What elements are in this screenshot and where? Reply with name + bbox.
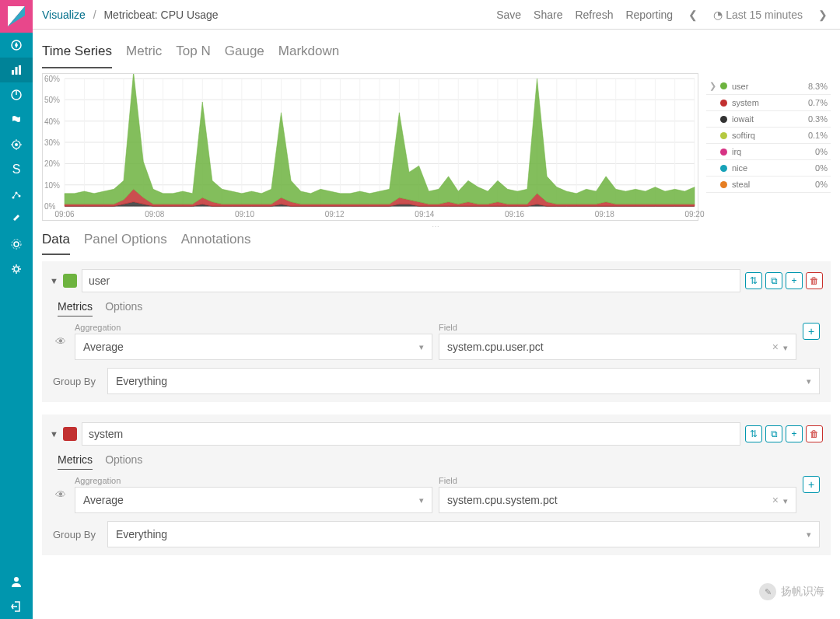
nav-management-icon[interactable] [0, 257, 33, 282]
legend-value: 0.1% [808, 131, 828, 140]
share-link[interactable]: Share [534, 9, 562, 21]
nav-monitoring-icon[interactable] [0, 232, 33, 257]
aggregation-label: Aggregation [75, 323, 432, 332]
series-label-input[interactable] [82, 422, 740, 446]
series-delete-button[interactable]: 🗑 [806, 272, 823, 289]
y-tick-label: 30% [44, 138, 60, 147]
nav-ml-icon[interactable] [0, 182, 33, 207]
top-bar: Visualize / Metricbeat: CPU Usage Save S… [33, 0, 840, 30]
tab-markdown[interactable]: Markdown [278, 44, 339, 68]
legend-name: steal [732, 180, 815, 189]
y-tick-label: 0% [44, 202, 55, 211]
breadcrumb-root[interactable]: Visualize [42, 9, 86, 21]
y-tick-label: 60% [44, 74, 60, 82]
legend-name: nice [732, 163, 815, 173]
time-prev-icon[interactable]: ❮ [685, 9, 701, 21]
series-list: ▼ ⇅ ⧉ + 🗑 Metrics Options 👁 Aggregation … [33, 255, 840, 619]
series-toggle-button[interactable]: ⇅ [745, 425, 762, 442]
reporting-link[interactable]: Reporting [625, 9, 673, 21]
field-clear-icon[interactable]: × [772, 494, 779, 506]
metric-visibility-icon[interactable]: 👁 [53, 476, 68, 513]
x-tick-label: 09:12 [325, 210, 345, 219]
series-color-swatch[interactable] [63, 427, 77, 441]
series-clone-button[interactable]: ⧉ [765, 425, 782, 442]
nav-user-icon[interactable] [0, 569, 33, 594]
series-toggle-button[interactable]: ⇅ [745, 272, 762, 289]
tab-annotations[interactable]: Annotations [181, 232, 251, 255]
tab-gauge[interactable]: Gauge [225, 44, 264, 68]
aggregation-select[interactable]: Average▾ [75, 334, 432, 360]
series-color-swatch[interactable] [63, 274, 77, 288]
series-editor: ▼ ⇅ ⧉ + 🗑 Metrics Options 👁 Aggregation … [42, 414, 831, 555]
legend-expand-icon: ❯ [709, 81, 720, 91]
series-add-button[interactable]: + [786, 272, 803, 289]
resize-handle[interactable]: ⋯ [33, 221, 840, 232]
x-tick-label: 09:06 [55, 210, 75, 219]
nav-logout-icon[interactable] [0, 594, 33, 619]
series-add-button[interactable]: + [786, 425, 803, 442]
legend-color-swatch [720, 181, 727, 188]
nav-visualize-icon[interactable] [0, 58, 33, 82]
legend-color-swatch [720, 149, 727, 156]
save-link[interactable]: Save [496, 9, 521, 21]
chart: 0%10%20%30%40%50%60% 09:0609:0809:1009:1… [42, 73, 698, 221]
metric-visibility-icon[interactable]: 👁 [53, 323, 68, 360]
series-editor: ▼ ⇅ ⧉ + 🗑 Metrics Options 👁 Aggregation … [42, 261, 831, 402]
nav-discover-icon[interactable] [0, 33, 33, 58]
side-navigation: S [0, 0, 33, 619]
tab-metric[interactable]: Metric [126, 44, 162, 68]
svg-point-21 [14, 577, 19, 582]
tab-panel-options[interactable]: Panel Options [84, 232, 167, 255]
legend-item[interactable]: iowait 0.3% [706, 111, 831, 128]
field-combobox[interactable]: system.cpu.system.pct×▾ [439, 487, 796, 513]
legend-item[interactable]: steal 0% [706, 177, 831, 193]
legend-name: system [732, 98, 808, 107]
field-combobox[interactable]: system.cpu.user.pct×▾ [439, 334, 796, 360]
field-clear-icon[interactable]: × [772, 341, 779, 353]
series-collapse-icon[interactable]: ▼ [50, 429, 58, 439]
nav-s-icon[interactable]: S [0, 157, 33, 182]
breadcrumb-separator: / [93, 9, 96, 21]
series-delete-button[interactable]: 🗑 [806, 425, 823, 442]
x-tick-label: 09:10 [235, 210, 254, 219]
group-by-select[interactable]: Everything▾ [107, 368, 820, 394]
time-range[interactable]: ◔ Last 15 minutes [713, 9, 803, 21]
series-clone-button[interactable]: ⧉ [765, 272, 782, 289]
legend-name: user [732, 82, 808, 91]
subtab-metrics[interactable]: Metrics [58, 300, 93, 316]
subtab-options[interactable]: Options [105, 453, 142, 470]
legend-item[interactable]: irq 0% [706, 144, 831, 160]
nav-dashboard-icon[interactable] [0, 82, 33, 107]
svg-rect-4 [12, 70, 14, 75]
legend-color-swatch [720, 132, 727, 139]
group-by-select[interactable]: Everything▾ [107, 521, 820, 547]
add-aggregation-button[interactable]: + [803, 323, 820, 340]
refresh-link[interactable]: Refresh [575, 9, 613, 21]
legend-name: iowait [732, 114, 808, 124]
legend: ❯ user 8.3% system 0.7% iowait 0.3% soft… [706, 73, 831, 221]
nav-apm-icon[interactable] [0, 132, 33, 157]
tab-top-n[interactable]: Top N [176, 44, 210, 68]
tab-data[interactable]: Data [42, 232, 70, 255]
tab-time-series[interactable]: Time Series [42, 44, 112, 68]
aggregation-select[interactable]: Average▾ [75, 487, 432, 513]
legend-item[interactable]: nice 0% [706, 160, 831, 177]
legend-value: 0% [815, 147, 828, 156]
svg-rect-6 [19, 65, 21, 75]
series-label-input[interactable] [82, 269, 740, 292]
subtab-metrics[interactable]: Metrics [58, 453, 93, 470]
kibana-logo[interactable] [0, 0, 33, 33]
breadcrumb-current: Metricbeat: CPU Usage [103, 9, 218, 21]
svg-point-10 [15, 143, 18, 146]
y-tick-label: 20% [44, 159, 60, 168]
time-next-icon[interactable]: ❯ [815, 9, 831, 21]
legend-item[interactable]: softirq 0.1% [706, 128, 831, 144]
legend-item[interactable]: system 0.7% [706, 95, 831, 111]
nav-timelion-icon[interactable] [0, 107, 33, 132]
legend-value: 8.3% [808, 82, 828, 91]
nav-devtools-icon[interactable] [0, 207, 33, 232]
add-aggregation-button[interactable]: + [803, 476, 820, 493]
legend-item[interactable]: ❯ user 8.3% [706, 78, 831, 95]
subtab-options[interactable]: Options [105, 300, 142, 316]
series-collapse-icon[interactable]: ▼ [50, 276, 58, 285]
